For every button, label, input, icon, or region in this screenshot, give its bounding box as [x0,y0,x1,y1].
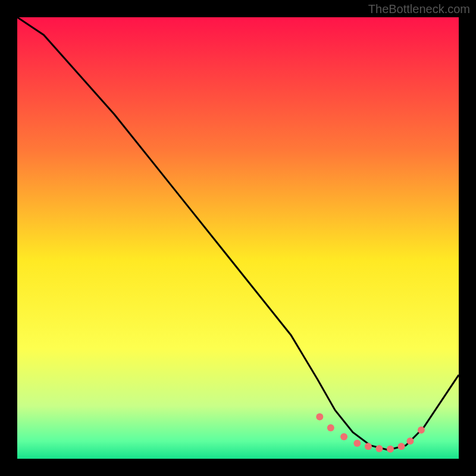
bottleneck-curve-line [17,17,459,450]
optimal-point-dot [387,446,394,453]
optimal-dots-group [316,414,425,453]
optimal-point-dot [340,433,347,440]
optimal-point-dot [316,414,323,421]
optimal-point-dot [375,445,383,452]
optimal-point-dot [398,443,405,450]
chart-plot-area [17,17,459,459]
optimal-point-dot [418,427,425,434]
watermark-label: TheBottleneck.com [368,2,470,16]
optimal-point-dot [327,424,334,431]
optimal-point-dot [406,437,414,444]
optimal-point-dot [353,440,361,447]
optimal-point-dot [365,443,372,450]
curve-layer [17,17,459,459]
